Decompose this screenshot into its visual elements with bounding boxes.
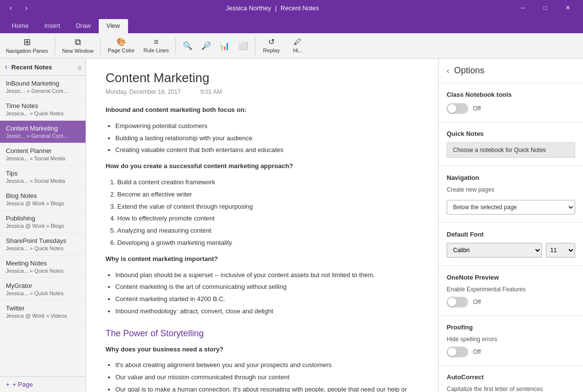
rule-lines-icon: ≡ — [154, 38, 158, 46]
proofing-toggle[interactable] — [447, 347, 468, 357]
list-item: Our value and our mission communicated t… — [115, 372, 419, 383]
note-title: Publishing — [6, 215, 81, 222]
note-path: Jessica @ Work » Blogs — [6, 223, 81, 229]
options-section-class-notebook: Class Notebook tools Off — [439, 83, 583, 122]
list-item: Inbound methodology: attract, convert, c… — [115, 306, 419, 317]
replay-label: Replay — [263, 47, 280, 53]
sidebar-note-mygrator[interactable]: MyGrator Jessica... » Quick Notes — [0, 278, 86, 301]
zoom-in-button[interactable]: 🔎 — [197, 34, 215, 58]
list-3: It's about creating alignment between yo… — [115, 360, 419, 392]
note-path: Jessica... » Quick Notes — [6, 290, 81, 296]
preview-toggle[interactable] — [447, 297, 468, 307]
list-item: Build a content creation framework — [117, 177, 419, 188]
add-page-button[interactable]: + + Page — [0, 376, 86, 392]
add-page-icon: + — [6, 381, 10, 388]
sidebar-search-button[interactable]: ⌕ — [78, 63, 82, 71]
sidebar-note-time[interactable]: Time Notes Jessica... » Quick Notes — [0, 98, 86, 121]
highlight-icon: 🖊 — [294, 38, 302, 46]
para-4: Why does your business need a story? — [106, 346, 223, 353]
font-row: Calibri Arial Times New Roman 8 9 10 11 … — [447, 243, 575, 258]
zoom-out-button[interactable]: 🔍 — [179, 34, 196, 58]
toolbar: ⊞ Navigation Panes ⧉ New Window 🎨 Page C… — [0, 33, 583, 59]
window-title: Recent Notes — [281, 4, 319, 12]
note-path: Jessic... » General Cont... — [6, 88, 81, 94]
close-button[interactable]: ✕ — [557, 0, 579, 16]
replay-button[interactable]: ↺ Replay — [259, 34, 284, 58]
options-back-button[interactable]: ‹ — [447, 66, 449, 75]
sidebar-note-tips[interactable]: Tips Jessica... » Social Media — [0, 166, 86, 188]
sidebar-title: Recent Notes — [11, 64, 52, 71]
choose-notebook-button[interactable]: Choose a notebook for Quick Notes — [447, 142, 575, 158]
options-title: Options — [454, 65, 484, 76]
create-pages-select[interactable]: Below the selected page At end of sectio… — [447, 200, 575, 215]
maximize-button[interactable]: □ — [534, 0, 557, 16]
note-path: Jessica... » Quick Notes — [6, 245, 81, 251]
sidebar-note-twitter[interactable]: Twitter Jessica @ Work » Videos — [0, 301, 86, 323]
minimize-button[interactable]: ─ — [512, 0, 534, 16]
back-button[interactable]: ‹ — [4, 1, 18, 15]
options-section-proofing: Proofing Hide spelling errors Off — [439, 316, 583, 366]
note-title: Time Notes — [6, 102, 81, 109]
sidebar-note-inbound[interactable]: InBound Marketing Jessic... » General Co… — [0, 76, 86, 98]
highlight-label: Hi... — [293, 47, 303, 53]
navigation-subtitle: Create new pages — [447, 186, 575, 193]
font-size-select[interactable]: 8 9 10 11 12 — [546, 243, 575, 258]
note-title: MyGrator — [6, 282, 81, 289]
proofing-toggle-row: Off — [447, 347, 575, 357]
page-color-button[interactable]: 🎨 Page Color — [104, 34, 138, 58]
preview-title: OneNote Preview — [447, 274, 575, 281]
forward-button[interactable]: › — [20, 1, 33, 15]
autocorrect-title: AutoCorrect — [447, 373, 575, 381]
note-path: Jessica... » Social Media — [6, 178, 81, 184]
sidebar-note-content-marketing[interactable]: Content Marketing Jessic... » General Co… — [0, 121, 86, 143]
default-font-title: Default Font — [447, 231, 575, 238]
sidebar-note-content-planner[interactable]: Content Planner Jessica... » Social Medi… — [0, 143, 86, 166]
sidebar-note-publishing[interactable]: Publishing Jessica @ Work » Blogs — [0, 211, 86, 233]
note-title: Content Marketing — [6, 125, 81, 132]
tab-insert[interactable]: Insert — [37, 19, 68, 33]
sidebar-back-button[interactable]: ‹ — [4, 62, 8, 72]
class-notebook-title: Class Notebook tools — [447, 91, 575, 98]
class-notebook-toggle-label: Off — [473, 105, 481, 112]
sidebar-note-sharepoint[interactable]: SharePoint Tuesdays Jessica... » Quick N… — [0, 233, 86, 256]
list-item: Creating valuable content that both ente… — [115, 145, 419, 155]
tab-view[interactable]: View — [99, 19, 128, 33]
class-notebook-toggle[interactable] — [447, 103, 468, 114]
list-2: Inbound plan should be a superset -- inc… — [115, 270, 419, 317]
new-window-button[interactable]: ⧉ New Window — [58, 34, 97, 58]
title-bar-sep: | — [275, 4, 277, 12]
note-title: SharePoint Tuesdays — [6, 237, 81, 244]
sidebar-note-meeting[interactable]: Meeting Notes Jessica... » Quick Notes — [0, 256, 86, 278]
new-window-icon: ⧉ — [75, 38, 81, 46]
list-1: Empowering potential customers Building … — [115, 121, 419, 155]
list-item: Analyzing and measuring content — [117, 226, 419, 236]
nav-panes-icon: ⊞ — [23, 38, 31, 46]
tab-draw[interactable]: Draw — [68, 19, 98, 33]
navigation-panes-button[interactable]: ⊞ Navigation Panes — [2, 34, 52, 58]
note-path: Jessic... » General Cont... — [6, 133, 81, 139]
highlight-button[interactable]: 🖊 Hi... — [285, 34, 310, 58]
preview-subtitle: Enable Experimental Features — [447, 286, 575, 293]
view-btn-2[interactable]: ⬜ — [235, 34, 252, 58]
font-family-select[interactable]: Calibri Arial Times New Roman — [447, 243, 542, 258]
add-page-label: + Page — [13, 381, 33, 388]
list-item: Content marketing started in 4200 B.C. — [115, 294, 419, 305]
proofing-toggle-label: Off — [473, 348, 481, 355]
view-btn-1[interactable]: 📊 — [216, 34, 234, 58]
view-icon-2: ⬜ — [238, 42, 248, 50]
tab-home[interactable]: Home — [4, 19, 37, 33]
list-item: Building a lasting relationship with you… — [115, 133, 419, 144]
note-title: Twitter — [6, 305, 81, 312]
options-section-quick-notes: Quick Notes Choose a notebook for Quick … — [439, 122, 583, 166]
preview-toggle-label: Off — [473, 299, 481, 305]
rule-lines-button[interactable]: ≡ Rule Lines — [139, 34, 173, 58]
ordered-list-1: Build a content creation framework Becom… — [117, 177, 419, 248]
replay-icon: ↺ — [268, 38, 275, 46]
sidebar-header: ‹ Recent Notes ⌕ — [0, 59, 86, 76]
ribbon: Home Insert Draw View — [0, 16, 583, 33]
class-notebook-toggle-row: Off — [447, 103, 575, 114]
toolbar-sep-1 — [55, 37, 55, 55]
preview-toggle-row: Off — [447, 297, 575, 307]
options-section-navigation: Navigation Create new pages Below the se… — [439, 166, 583, 223]
sidebar-note-blog[interactable]: Blog Notes Jessica @ Work » Blogs — [0, 188, 86, 211]
